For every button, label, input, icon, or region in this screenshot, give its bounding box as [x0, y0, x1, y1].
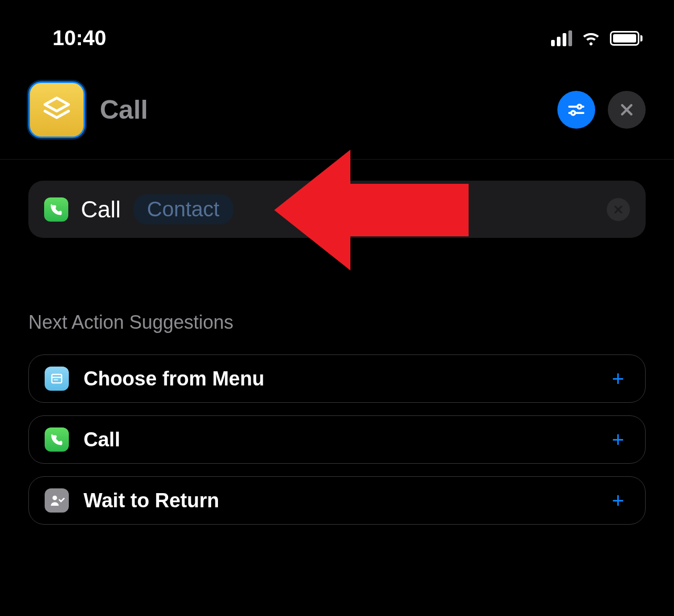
close-icon: [619, 102, 635, 118]
annotation-arrow: [274, 150, 469, 270]
status-bar: 10:40: [0, 0, 674, 66]
status-time: 10:40: [53, 26, 106, 50]
header: Call: [0, 66, 674, 160]
suggestion-call[interactable]: Call +: [28, 415, 646, 464]
suggestions-header: Next Action Suggestions: [28, 311, 646, 333]
contact-parameter-pill[interactable]: Contact: [133, 194, 233, 224]
suggestion-wait-to-return[interactable]: Wait to Return +: [28, 476, 646, 525]
close-icon: [613, 204, 624, 215]
shortcut-title[interactable]: Call: [100, 95, 557, 125]
suggestion-label: Choose from Menu: [84, 368, 597, 390]
svg-point-3: [571, 111, 575, 115]
battery-icon: [610, 31, 642, 46]
layers-icon: [41, 94, 72, 126]
phone-app-icon: [45, 427, 69, 452]
suggestion-label: Call: [84, 429, 597, 451]
header-buttons: [557, 91, 646, 129]
status-icons: [551, 30, 642, 46]
close-button[interactable]: [608, 91, 646, 129]
phone-app-icon: [44, 197, 68, 222]
settings-button[interactable]: [557, 91, 595, 129]
suggestion-label: Wait to Return: [84, 489, 597, 512]
add-icon: +: [612, 367, 629, 391]
svg-marker-6: [274, 150, 469, 270]
action-label: Call: [81, 196, 121, 223]
suggestion-choose-from-menu[interactable]: Choose from Menu +: [28, 354, 646, 403]
phone-icon: [49, 432, 64, 447]
remove-action-button[interactable]: [607, 198, 630, 221]
svg-point-12: [53, 496, 57, 500]
phone-icon: [49, 202, 64, 217]
sliders-icon: [567, 100, 586, 119]
svg-rect-9: [52, 374, 62, 383]
add-icon: +: [612, 489, 629, 513]
wait-icon: [45, 488, 69, 513]
shortcut-icon[interactable]: [28, 81, 85, 138]
cellular-signal-icon: [551, 30, 572, 46]
menu-icon: [45, 367, 69, 391]
svg-point-1: [577, 105, 582, 109]
wifi-icon: [582, 31, 600, 46]
add-icon: +: [612, 428, 629, 452]
